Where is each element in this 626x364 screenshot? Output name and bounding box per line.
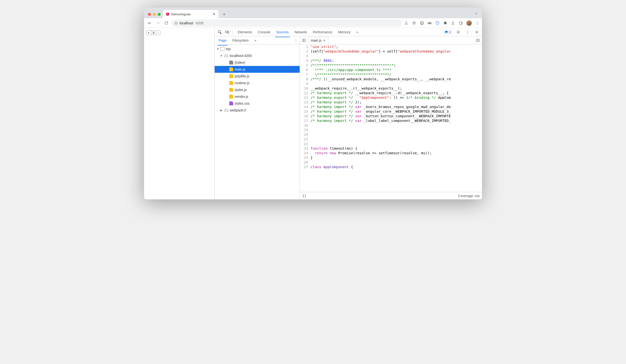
toggle-navigator-icon[interactable] xyxy=(301,38,307,43)
navigator-menu-icon[interactable]: ⋮ xyxy=(294,38,298,42)
decrement-button[interactable]: - xyxy=(156,31,160,35)
gutter-line-number[interactable]: 1 xyxy=(300,44,311,49)
new-tab-button[interactable]: ＋ xyxy=(221,10,228,18)
tree-file[interactable]: (index) xyxy=(215,59,300,66)
tab-list-chevron-icon[interactable] xyxy=(473,10,480,17)
code-line[interactable]: 17/* harmony import */ var _label_label_… xyxy=(300,118,482,123)
navigator-tabs-more[interactable]: » xyxy=(253,37,259,43)
inspect-element-icon[interactable] xyxy=(217,29,223,35)
code-line[interactable]: 6 !*** ./src/app/app.component.ts ***! xyxy=(300,68,482,72)
tree-origin[interactable]: ▼ localhost:4200 xyxy=(215,52,300,59)
back-button[interactable] xyxy=(147,20,153,26)
gutter-line-number[interactable]: 9 xyxy=(300,81,311,86)
window-minimize-button[interactable] xyxy=(153,13,156,16)
gutter-line-number[interactable]: 7 xyxy=(300,72,311,77)
tree-file[interactable]: runtime.js xyxy=(215,79,300,86)
window-close-button[interactable] xyxy=(148,13,151,16)
bookmark-star-icon[interactable] xyxy=(412,21,416,25)
code-line[interactable]: 27class AppComponent { xyxy=(300,165,482,169)
share-icon[interactable] xyxy=(404,21,408,25)
gutter-line-number[interactable]: 11 xyxy=(300,91,311,95)
editor-tab-close-icon[interactable]: ✕ xyxy=(323,39,326,42)
file-navigator[interactable]: ▼ top ▼ localhost:4200 (index)main.jspol… xyxy=(215,44,300,199)
devtools-tab-memory[interactable]: Memory xyxy=(336,29,353,36)
tree-file[interactable]: styles.css xyxy=(215,100,300,107)
gutter-line-number[interactable]: 12 xyxy=(300,95,311,100)
tab-close-icon[interactable]: ✕ xyxy=(212,12,216,16)
navigator-tab-filesystem[interactable]: Filesystem xyxy=(231,37,251,43)
toggle-debugger-icon[interactable] xyxy=(475,38,480,43)
gutter-line-number[interactable]: 18 xyxy=(300,123,311,128)
gutter-line-number[interactable]: 19 xyxy=(300,128,311,132)
gutter-line-number[interactable]: 24 xyxy=(300,151,311,155)
tree-top[interactable]: ▼ top xyxy=(215,45,300,52)
code-line[interactable]: 5/*!**********************************!*… xyxy=(300,63,482,68)
gutter-line-number[interactable]: 22 xyxy=(300,142,311,146)
editor-tab-mainjs[interactable]: main.js ✕ xyxy=(308,37,328,43)
devtools-tab-performance[interactable]: Performance xyxy=(310,29,335,36)
reload-button[interactable] xyxy=(163,20,169,26)
gutter-line-number[interactable]: 14 xyxy=(300,105,311,109)
extension-glasses-icon[interactable] xyxy=(427,21,432,25)
extensions-puzzle-icon[interactable] xyxy=(443,21,447,25)
devtools-tab-network[interactable]: Network xyxy=(292,29,309,36)
forward-button[interactable] xyxy=(155,20,161,26)
devtools-settings-icon[interactable] xyxy=(455,29,462,35)
gutter-line-number[interactable]: 21 xyxy=(300,137,311,142)
code-line[interactable]: 10__webpack_require__.r(__webpack_export… xyxy=(300,86,482,91)
code-line[interactable]: 11/* harmony export */ __webpack_require… xyxy=(300,91,482,95)
labs-flask-icon[interactable] xyxy=(451,21,455,25)
code-line[interactable]: 25} xyxy=(300,155,482,160)
code-editor[interactable]: 1"use strict";2(self["webpackChunkdemo_a… xyxy=(300,44,482,199)
browser-tab[interactable]: DemoAngular ✕ xyxy=(162,10,219,18)
gutter-line-number[interactable]: 25 xyxy=(300,155,311,160)
devtools-tabs-more[interactable]: » xyxy=(354,29,361,36)
device-toolbar-icon[interactable] xyxy=(224,29,230,35)
code-line[interactable]: 13/* harmony export */ }); xyxy=(300,100,482,105)
side-panel-icon[interactable] xyxy=(459,21,463,25)
code-line[interactable]: 19 xyxy=(300,128,482,132)
extension-face-icon[interactable] xyxy=(420,21,424,25)
gutter-line-number[interactable]: 6 xyxy=(300,68,311,72)
gutter-line-number[interactable]: 15 xyxy=(300,109,311,114)
window-zoom-button[interactable] xyxy=(158,13,161,16)
site-info-icon[interactable] xyxy=(174,21,178,25)
code-line[interactable]: 9 xyxy=(300,81,482,86)
devtools-menu-icon[interactable] xyxy=(464,29,471,35)
code-line[interactable]: 12/* harmony export */ "AppComponent": (… xyxy=(300,95,482,100)
code-line[interactable]: 15/* harmony import */ var _angular_core… xyxy=(300,109,482,114)
code-line[interactable]: 16/* harmony import */ var _button_butto… xyxy=(300,114,482,118)
code-line[interactable]: 3 xyxy=(300,54,482,58)
devtools-tab-elements[interactable]: Elements xyxy=(235,29,254,36)
gutter-line-number[interactable]: 20 xyxy=(300,132,311,137)
pretty-print-button[interactable]: {} xyxy=(302,194,307,198)
devtools-tab-console[interactable]: Console xyxy=(255,29,273,36)
devtools-close-icon[interactable] xyxy=(474,29,480,35)
tree-file[interactable]: main.js xyxy=(215,66,300,73)
code-line[interactable]: 22 xyxy=(300,142,482,146)
tree-file[interactable]: styles.js xyxy=(215,86,300,93)
extension-cast-icon[interactable] xyxy=(435,21,439,25)
browser-menu-icon[interactable] xyxy=(475,21,479,25)
code-line[interactable]: 14/* harmony import */ var _Users_bramus… xyxy=(300,105,482,109)
gutter-line-number[interactable]: 17 xyxy=(300,118,311,123)
gutter-line-number[interactable]: 8 xyxy=(300,77,311,81)
code-line[interactable]: 1"use strict"; xyxy=(300,44,482,49)
profile-avatar[interactable] xyxy=(466,20,472,26)
gutter-line-number[interactable]: 27 xyxy=(300,165,311,169)
code-line[interactable]: 18 xyxy=(300,123,482,128)
tree-file[interactable]: vendor.js xyxy=(215,93,300,100)
code-line[interactable]: 21 xyxy=(300,137,482,142)
code-line[interactable]: 7 \**********************************/ xyxy=(300,72,482,77)
issues-button[interactable]: 1 xyxy=(443,30,452,34)
code-line[interactable]: 24 return new Promise(resolve => setTime… xyxy=(300,151,482,155)
gutter-line-number[interactable]: 4 xyxy=(300,58,311,63)
tree-webpack[interactable]: ▶ webpack:// xyxy=(215,107,300,114)
tree-file[interactable]: polyfills.js xyxy=(215,73,300,79)
code-line[interactable]: 4/***/ 5041: xyxy=(300,58,482,63)
navigator-tab-page[interactable]: Page xyxy=(217,37,229,43)
omnibox[interactable]: localhost:4200 xyxy=(171,19,402,27)
gutter-line-number[interactable]: 26 xyxy=(300,160,311,165)
gutter-line-number[interactable]: 5 xyxy=(300,63,311,68)
code-line[interactable]: 26 xyxy=(300,160,482,165)
